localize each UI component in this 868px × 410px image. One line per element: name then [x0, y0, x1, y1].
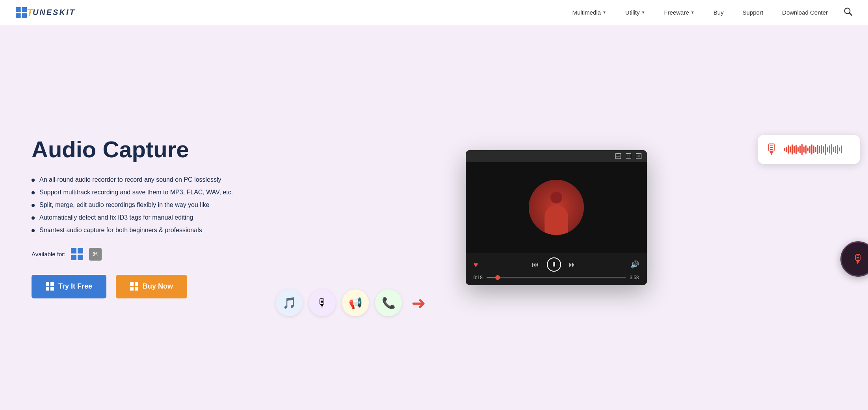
close-button[interactable]: ✕ — [636, 153, 641, 159]
nav-link-buy[interactable]: Buy — [714, 9, 724, 16]
logo-t: T — [27, 6, 33, 19]
wave-bar — [792, 144, 793, 155]
svg-rect-8 — [71, 255, 76, 260]
navbar: T UNESKIT Multimedia ▼ Utility ▼ Freewar… — [0, 0, 868, 25]
app-icon-speaker: 📢 — [342, 289, 369, 316]
controls-row: ♥ ⏮ ⏸ ⏭ 🔊 — [474, 257, 639, 272]
wave-bar — [817, 145, 818, 154]
wave-bar — [786, 147, 787, 152]
progress-thumb — [495, 275, 500, 280]
mic-icon: 🎙 — [765, 141, 779, 158]
bullet-icon — [32, 204, 35, 207]
buy-now-button[interactable]: Buy Now — [116, 275, 187, 298]
album-art — [529, 180, 584, 235]
round-mic-button[interactable]: 🎙 — [840, 241, 868, 277]
list-item: Split, merge, edit audio recordings flex… — [32, 201, 276, 209]
nav-item-freeware[interactable]: Freeware ▼ — [664, 9, 694, 16]
volume-icon[interactable]: 🔊 — [630, 260, 639, 269]
bullet-icon — [32, 191, 35, 194]
wave-bar — [788, 145, 789, 154]
wave-bar — [794, 146, 795, 153]
try-it-free-button[interactable]: Try It Free — [32, 275, 106, 298]
play-pause-button[interactable]: ⏸ — [547, 257, 561, 272]
feature-list: An all-round audio recorder to record an… — [32, 176, 276, 234]
bullet-icon — [32, 216, 35, 220]
cta-buttons: Try It Free Buy Now — [32, 275, 276, 298]
svg-rect-9 — [78, 255, 83, 260]
next-button[interactable]: ⏭ — [569, 261, 576, 269]
waveform — [784, 144, 842, 155]
app-icon-podcast: 🎙 — [309, 289, 336, 316]
nav-link-utility[interactable]: Utility ▼ — [625, 9, 645, 16]
speaker-icon: 📢 — [349, 296, 362, 309]
nav-link-support[interactable]: Support — [743, 9, 764, 16]
hero-content: Audio Capture An all-round audio recorde… — [32, 137, 276, 298]
logo[interactable]: T UNESKIT — [16, 6, 76, 19]
music-icon: 🎵 — [283, 296, 296, 309]
wave-bar — [799, 145, 801, 153]
wave-bar — [841, 145, 842, 153]
svg-line-5 — [849, 13, 852, 15]
progress-row: 0:18 3:58 — [474, 275, 639, 280]
dropdown-arrow-freeware: ▼ — [691, 10, 695, 15]
svg-rect-14 — [130, 282, 134, 286]
heart-icon[interactable]: ♥ — [474, 260, 478, 269]
dropdown-arrow-utility: ▼ — [641, 10, 645, 15]
wave-bar — [835, 146, 836, 153]
arrow-icon: ➜ — [411, 293, 426, 313]
available-label: Available for: — [32, 251, 65, 257]
mic-recording-badge: 🎙 — [758, 135, 860, 164]
wave-bar — [821, 145, 822, 154]
wave-bar — [790, 146, 791, 153]
svg-rect-1 — [22, 7, 27, 12]
player-titlebar: — □ ✕ — [466, 150, 647, 162]
available-for-row: Available for: ⌘ — [32, 248, 276, 261]
wave-bar — [813, 145, 814, 153]
svg-rect-16 — [130, 287, 134, 291]
svg-rect-10 — [46, 282, 49, 286]
minimize-button[interactable]: — — [615, 153, 621, 159]
wave-bar — [815, 147, 816, 152]
wave-bar — [796, 145, 797, 154]
nav-links: Multimedia ▼ Utility ▼ Freeware ▼ Buy Su… — [572, 9, 828, 16]
wave-bar — [833, 147, 834, 152]
nav-link-freeware[interactable]: Freeware ▼ — [664, 9, 694, 16]
player-window: — □ ✕ ♥ — [466, 150, 647, 285]
player-controls: ♥ ⏮ ⏸ ⏭ 🔊 0:18 3:58 — [466, 253, 647, 285]
wave-bar — [837, 145, 838, 154]
nav-item-multimedia[interactable]: Multimedia ▼ — [572, 9, 606, 16]
nav-item-download-center[interactable]: Download Center — [782, 9, 828, 16]
nav-link-multimedia[interactable]: Multimedia ▼ — [572, 9, 606, 16]
svg-rect-11 — [50, 282, 54, 286]
svg-rect-15 — [135, 282, 138, 286]
wave-bar — [829, 145, 830, 153]
wave-bar — [825, 144, 826, 155]
svg-rect-13 — [50, 287, 54, 291]
progress-track[interactable] — [487, 277, 626, 278]
search-icon — [844, 7, 852, 16]
nav-link-download-center[interactable]: Download Center — [782, 9, 828, 16]
nav-item-buy[interactable]: Buy — [714, 9, 724, 16]
maximize-button[interactable]: □ — [626, 153, 631, 159]
playback-controls: ⏮ ⏸ ⏭ — [532, 257, 576, 272]
list-item: Support multitrack recording and save th… — [32, 189, 276, 196]
prev-button[interactable]: ⏮ — [532, 261, 539, 269]
windows-icon — [71, 248, 84, 261]
mac-icon: ⌘ — [89, 248, 102, 261]
mic-icon-round: 🎙 — [852, 252, 864, 266]
total-time: 3:58 — [630, 275, 639, 280]
wave-bar — [809, 146, 810, 153]
bullet-icon — [32, 179, 35, 182]
svg-rect-12 — [46, 287, 49, 291]
logo-rest: UNESKIT — [33, 8, 76, 17]
list-item: Automatically detect and fix ID3 tags fo… — [32, 214, 276, 221]
nav-item-support[interactable]: Support — [743, 9, 764, 16]
wave-bar — [827, 147, 828, 152]
wave-bar — [805, 145, 807, 154]
nav-item-utility[interactable]: Utility ▼ — [625, 9, 645, 16]
wave-bar — [839, 147, 840, 151]
app-icons-row: 🎵 🎙 📢 📞 ➜ — [276, 289, 426, 316]
bullet-icon — [32, 229, 35, 232]
search-button[interactable] — [844, 7, 852, 18]
list-item: An all-round audio recorder to record an… — [32, 176, 276, 183]
